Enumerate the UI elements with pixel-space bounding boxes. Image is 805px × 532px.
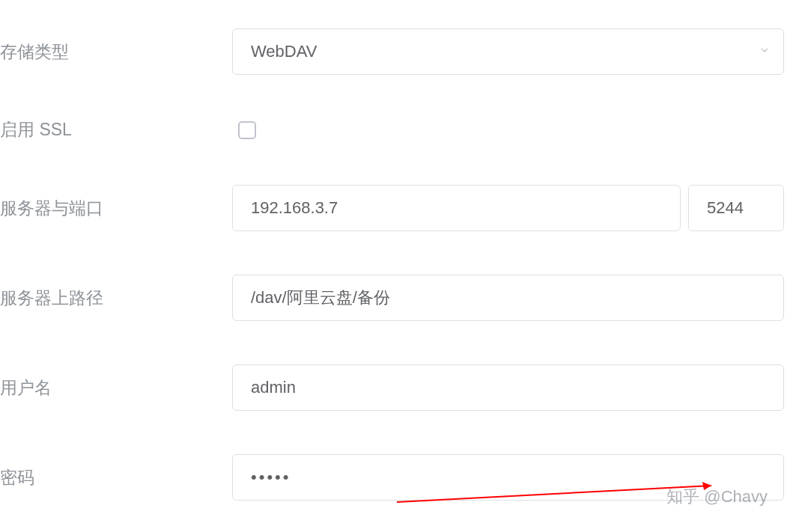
row-username: 用户名 — [0, 364, 805, 411]
storage-type-select[interactable] — [232, 28, 784, 75]
server-input[interactable] — [232, 185, 681, 231]
row-server-path: 服务器上路径 — [0, 275, 805, 321]
enable-ssl-checkbox[interactable] — [238, 121, 256, 139]
username-input[interactable] — [232, 364, 784, 411]
control-username — [232, 364, 805, 411]
server-path-input[interactable] — [232, 275, 784, 321]
control-storage-type — [232, 28, 805, 75]
control-server-port — [232, 185, 805, 231]
row-server-port: 服务器与端口 — [0, 185, 805, 231]
password-input[interactable]: ••••• — [232, 454, 784, 501]
label-server-path: 服务器上路径 — [0, 287, 232, 310]
row-enable-ssl: 启用 SSL — [0, 118, 805, 141]
label-password: 密码 — [0, 466, 232, 489]
storage-type-select-wrapper — [232, 28, 784, 75]
port-input[interactable] — [688, 185, 784, 231]
control-password: ••••• — [232, 454, 805, 501]
control-enable-ssl — [232, 121, 805, 139]
label-server-port: 服务器与端口 — [0, 197, 232, 220]
control-server-path — [232, 275, 805, 321]
row-password: 密码 ••••• — [0, 454, 805, 501]
label-enable-ssl: 启用 SSL — [0, 118, 232, 141]
settings-form: 存储类型 启用 SSL 服务器与端口 服务器上路径 — [0, 0, 805, 532]
row-storage-type: 存储类型 — [0, 28, 805, 75]
label-storage-type: 存储类型 — [0, 40, 232, 64]
label-username: 用户名 — [0, 376, 232, 400]
